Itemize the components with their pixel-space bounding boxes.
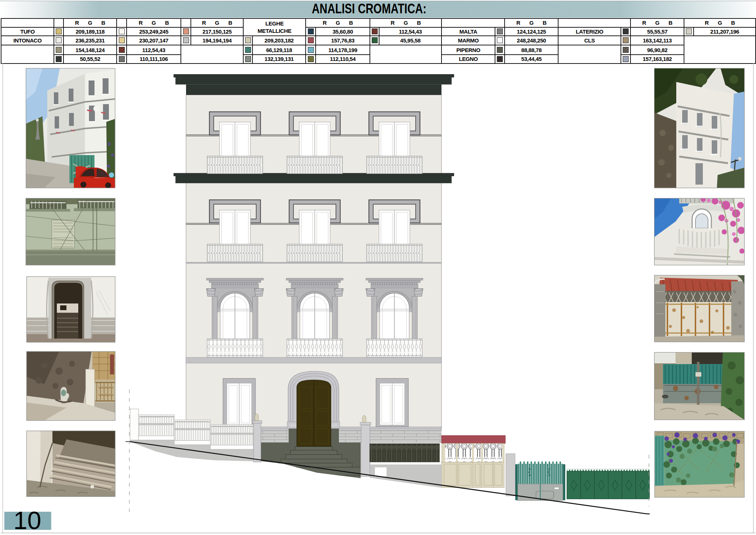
svg-text:10: 10: [13, 506, 41, 534]
